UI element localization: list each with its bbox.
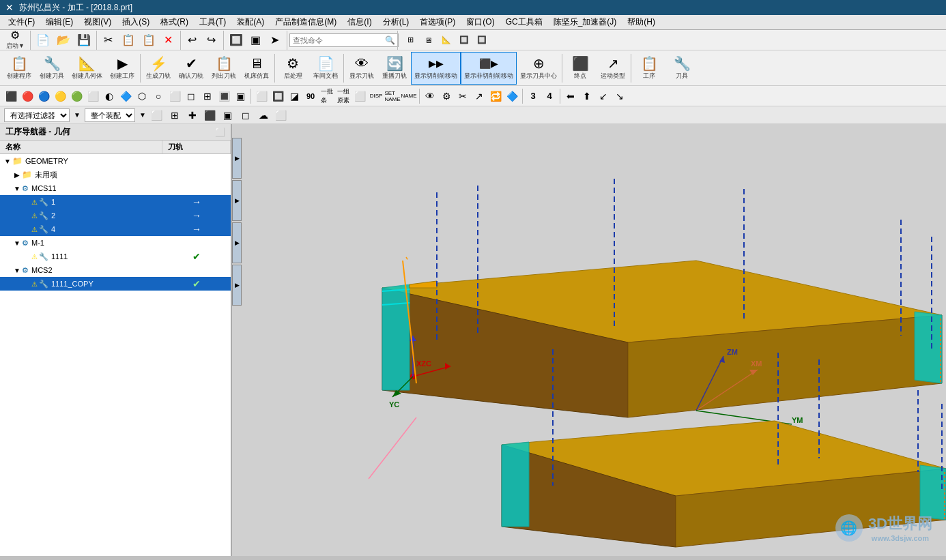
menu-analysis[interactable]: 分析(L): [377, 15, 415, 29]
filter-ico-2[interactable]: ⊞: [168, 108, 182, 122]
viewport[interactable]: XZC YC XM ZM YM: [232, 124, 946, 556]
copy-button[interactable]: 📋: [118, 30, 139, 50]
ico-19[interactable]: ⬜: [352, 88, 368, 104]
filter-ico-8[interactable]: ⬜: [274, 108, 288, 122]
ico-16[interactable]: ⬜: [253, 88, 270, 104]
tree-row-op1111copy[interactable]: ⚠ 🔧 1111_COPY ✔: [0, 277, 231, 291]
filter-ico-5[interactable]: ▣: [221, 108, 235, 122]
show-pre-cut-button[interactable]: ▶▶ 显示切削前移动: [411, 52, 461, 85]
side-tab-4[interactable]: ▶: [232, 265, 242, 306]
generate-toolpath-button[interactable]: ⚡ 生成刀轨: [142, 52, 175, 85]
open-file-button[interactable]: 📂: [53, 30, 74, 50]
save-file-button[interactable]: 💾: [74, 30, 94, 50]
assembly-filter-select[interactable]: 整个装配: [85, 108, 135, 122]
create-operation-button[interactable]: ▶ 创建工序: [106, 52, 139, 85]
menu-view[interactable]: 视图(V): [78, 15, 117, 29]
ico-bar2[interactable]: 一组原素: [335, 88, 352, 104]
ico-18[interactable]: ◪: [286, 88, 302, 104]
create-tool-button[interactable]: 🔧 创建刀具: [35, 52, 68, 85]
close-icon[interactable]: ✕: [5, 2, 14, 13]
ico-27[interactable]: ⬆: [579, 88, 595, 104]
expand-geometry[interactable]: ▼: [3, 156, 12, 166]
menu-insert[interactable]: 插入(S): [117, 15, 155, 29]
menu-help[interactable]: 帮助(H): [622, 15, 661, 29]
list-toolpath-button[interactable]: 📋 列出刀轨: [207, 52, 240, 85]
side-tab-2[interactable]: ▶: [232, 180, 242, 221]
side-tab-1[interactable]: ▶: [232, 138, 242, 179]
ico-90[interactable]: 90: [302, 88, 319, 104]
menu-tools[interactable]: 工具(T): [194, 15, 231, 29]
filter-arrow[interactable]: ▼: [74, 111, 81, 119]
ico-5[interactable]: 🟢: [68, 88, 85, 104]
workshop-doc-button[interactable]: 📄 车间文档: [309, 52, 342, 85]
menu-window[interactable]: 窗口(O): [461, 15, 500, 29]
tree-row-unused[interactable]: ▶ 📁 未用项: [0, 168, 231, 181]
verify-toolpath-button[interactable]: ✔ 确认刀轨: [175, 52, 207, 85]
tree-row-m1[interactable]: ▼ ⚙ M-1: [0, 236, 231, 250]
new-file-button[interactable]: 📄: [33, 30, 53, 50]
view-btn-4[interactable]: 🔲: [456, 32, 472, 48]
ico-name[interactable]: NAME: [401, 88, 417, 104]
ico-24[interactable]: 🔁: [487, 88, 504, 104]
ico-25[interactable]: 🔷: [504, 88, 520, 104]
expand-op4[interactable]: [22, 224, 31, 234]
expand-unused[interactable]: ▶: [12, 170, 22, 179]
expand-m1[interactable]: ▼: [12, 238, 22, 248]
tree-row-op4[interactable]: ⚠ 🔧 4 →: [0, 222, 231, 236]
ico-6[interactable]: ⬜: [85, 88, 101, 104]
ico-8[interactable]: 🔷: [117, 88, 134, 104]
ico-22[interactable]: ✂: [455, 88, 471, 104]
start-button[interactable]: ⚙ 启动▼: [3, 30, 28, 50]
menu-info[interactable]: 信息(I): [342, 15, 377, 29]
menu-format[interactable]: 格式(R): [155, 15, 194, 29]
tree-row-op2[interactable]: ⚠ 🔧 2 →: [0, 209, 231, 222]
tree-row-geometry[interactable]: ▼ 📁 GEOMETRY: [0, 154, 231, 168]
filter-ico-1[interactable]: ⬜: [150, 108, 164, 122]
ico-4[interactable]: 🟡: [52, 88, 68, 104]
ico-28[interactable]: ↙: [595, 88, 612, 104]
postprocess-button[interactable]: ⚙ 后处理: [276, 52, 309, 85]
show-tool-center-button[interactable]: ⊕ 显示刀具中心: [517, 52, 560, 85]
show-non-cut-button[interactable]: ⬛▶ 显示非切削前移动: [461, 52, 517, 85]
expand-mcs2[interactable]: ▼: [12, 265, 22, 275]
ico-10[interactable]: ○: [150, 88, 167, 104]
ico-9[interactable]: ⬡: [134, 88, 150, 104]
ico-3[interactable]: 🔵: [35, 88, 52, 104]
tree-row-op1111[interactable]: ⚠ 🔧 1111 ✔: [0, 250, 231, 263]
nav-maximize-icon[interactable]: ⬜: [215, 128, 225, 137]
expand-op2[interactable]: [22, 211, 31, 220]
endpoint-button[interactable]: ⬛ 终点: [564, 52, 597, 85]
undo-button[interactable]: ↩: [183, 30, 202, 50]
ico-20[interactable]: 👁: [422, 88, 438, 104]
ico-7[interactable]: ◐: [101, 88, 117, 104]
ico-4i[interactable]: 4: [541, 88, 558, 104]
show-toolpath-button[interactable]: 👁 显示刀轨: [345, 52, 378, 85]
menu-file[interactable]: 文件(F): [3, 15, 40, 29]
menu-edit[interactable]: 编辑(E): [40, 15, 78, 29]
view-btn-2[interactable]: 🖥: [420, 32, 437, 48]
ico-21[interactable]: ⚙: [438, 88, 455, 104]
expand-op1111[interactable]: [22, 252, 31, 261]
tree-row-op1[interactable]: ⚠ 🔧 1 →: [0, 195, 231, 209]
ico-23[interactable]: ↗: [471, 88, 487, 104]
redo-button[interactable]: ↪: [202, 30, 221, 50]
ico-13[interactable]: ⊞: [199, 88, 216, 104]
view-btn-5[interactable]: 🔲: [474, 32, 490, 48]
ico-2[interactable]: 🔴: [19, 88, 35, 104]
search-input[interactable]: [289, 33, 399, 47]
ico-29[interactable]: ↘: [612, 88, 628, 104]
ico-12[interactable]: ◻: [183, 88, 199, 104]
ico-3d[interactable]: 3: [525, 88, 541, 104]
replay-toolpath-button[interactable]: 🔄 重播刀轨: [378, 52, 411, 85]
ico-disp[interactable]: DISP: [368, 88, 384, 104]
tree-row-mcs2[interactable]: ▼ ⚙ MCS2: [0, 263, 231, 277]
cut-button[interactable]: ✂: [99, 30, 118, 50]
expand-op1111copy[interactable]: [22, 279, 31, 289]
ico-26[interactable]: ⬅: [562, 88, 579, 104]
search-icon[interactable]: 🔍: [385, 35, 395, 45]
view-btn-1[interactable]: ⊞: [403, 32, 419, 48]
filter-ico-7[interactable]: ☁: [257, 108, 270, 122]
motion-type-button[interactable]: ↗ 运动类型: [597, 52, 629, 85]
menu-accelerator[interactable]: 陈坚乐_加速器(J): [548, 15, 622, 29]
ico-17[interactable]: 🔲: [270, 88, 286, 104]
